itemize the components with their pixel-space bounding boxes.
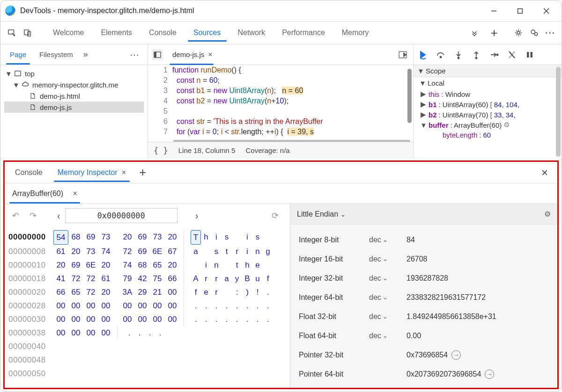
window-title: DevTools - memory-inspector.glitch.me/de… xyxy=(20,7,194,15)
tab-page[interactable]: Page xyxy=(3,47,33,62)
value-row[interactable]: Pointer 64-bit0x2073692073696854 → xyxy=(290,364,557,384)
hex-row[interactable]: 0000003800000000.... xyxy=(8,326,290,340)
deactivate-bp-icon[interactable] xyxy=(506,49,518,60)
scrollbar-vertical[interactable] xyxy=(407,69,412,123)
scope-row[interactable]: ▶this: Window xyxy=(414,89,562,99)
buffer-tab[interactable]: ArrayBuffer(60) × xyxy=(8,186,81,202)
refresh-icon[interactable]: ⟳ xyxy=(269,210,281,222)
step-out-icon[interactable] xyxy=(471,49,482,60)
hex-row[interactable]: 00000020666572203A292100fer :)!. xyxy=(8,285,290,299)
value-row[interactable]: Float 32-bitdec ⌄1.8492449856613858e+31 xyxy=(290,307,557,326)
debugger-panel: ▼Scope ▼Local ▶this: Window▶b1: Uint8Arr… xyxy=(414,44,562,159)
tree-origin[interactable]: ▼memory-inspector.glitch.me xyxy=(4,79,144,90)
address-input[interactable] xyxy=(65,208,177,223)
close-icon[interactable]: × xyxy=(208,51,212,59)
value-row[interactable]: Float 64-bitdec ⌄0.00 xyxy=(290,326,557,345)
hex-row[interactable]: 000000005468697320697320This is xyxy=(8,230,290,245)
tab-network[interactable]: Network xyxy=(230,24,273,42)
more-nav-icon[interactable]: » xyxy=(83,50,88,59)
step-over-icon[interactable] xyxy=(435,49,446,60)
tab-console[interactable]: Console xyxy=(141,24,184,42)
svg-point-9 xyxy=(534,33,537,36)
svg-rect-4 xyxy=(8,30,14,34)
coverage-status: Coverage: n/a xyxy=(245,146,289,154)
tab-welcome[interactable]: Welcome xyxy=(45,24,91,42)
tab-elements[interactable]: Elements xyxy=(93,24,140,42)
scope-header[interactable]: ▼Scope xyxy=(414,65,562,77)
tree-file-js[interactable]: demo-js.js xyxy=(4,102,144,113)
pause-exception-icon[interactable] xyxy=(524,49,535,60)
debugger-controls xyxy=(414,44,562,65)
hex-row[interactable]: 000000300000000000000000........ xyxy=(8,312,290,326)
value-row[interactable]: Integer 32-bitdec ⌄1936287828 xyxy=(290,269,557,288)
tab-sources[interactable]: Sources xyxy=(186,24,229,42)
code-editor[interactable]: 1function runDemo() {2 const n = 60;3 co… xyxy=(148,65,413,142)
hex-row[interactable]: 00000048 xyxy=(8,353,290,367)
undo-icon[interactable]: ↶ xyxy=(9,210,22,222)
hex-row[interactable]: 000000184172726179427566ArrayBuf xyxy=(8,272,290,285)
prev-page-icon[interactable]: ‹ xyxy=(57,211,60,221)
step-icon[interactable] xyxy=(488,49,500,60)
brackets-icon[interactable]: { } xyxy=(154,146,168,155)
svg-point-14 xyxy=(440,56,441,58)
maximize-button[interactable] xyxy=(509,3,531,19)
drawer-tab-console[interactable]: Console xyxy=(8,164,49,181)
tab-memory[interactable]: Memory xyxy=(334,24,377,42)
toggle-navigator-icon[interactable] xyxy=(152,49,163,60)
nav-kebab-icon[interactable]: ⋯ xyxy=(130,49,145,60)
scope-row[interactable]: byteLength: 60 xyxy=(414,130,562,140)
settings-icon[interactable] xyxy=(512,26,525,39)
resume-icon[interactable] xyxy=(417,49,429,60)
tab-performance[interactable]: Performance xyxy=(274,24,333,42)
editor-tab[interactable]: demo-js.js× xyxy=(168,47,215,63)
more-tabs-icon[interactable] xyxy=(468,26,481,39)
scope-pane: ▼Scope ▼Local ▶this: Window▶b1: Uint8Arr… xyxy=(414,65,562,159)
cursor-position: Line 18, Column 5 xyxy=(178,146,236,154)
value-row[interactable]: Pointer 32-bit0x73696854 → xyxy=(290,345,557,364)
hex-row[interactable]: 000000086120737472696E67a string xyxy=(8,245,290,258)
value-row[interactable]: Integer 8-bitdec ⌄84 xyxy=(290,230,557,249)
close-button[interactable] xyxy=(535,3,557,19)
feedback-icon[interactable] xyxy=(528,26,541,39)
close-icon[interactable]: × xyxy=(73,189,77,198)
scope-row[interactable]: ▼buffer: ArrayBuffer(60)⚙ xyxy=(414,120,562,130)
close-icon[interactable]: × xyxy=(122,168,126,176)
endianness-select[interactable]: Little Endian ⌄ xyxy=(297,210,346,218)
step-into-icon[interactable] xyxy=(453,49,464,60)
kebab-icon[interactable]: ⋯ xyxy=(544,26,557,39)
drawer-add-icon[interactable]: + xyxy=(134,165,151,180)
svg-rect-12 xyxy=(154,52,156,58)
tree-top[interactable]: ▼top xyxy=(4,68,144,79)
tab-filesystem[interactable]: Filesystem xyxy=(33,47,80,62)
toggle-debugger-icon[interactable] xyxy=(396,48,409,61)
tree-file-html[interactable]: demo-js.html xyxy=(4,90,144,102)
frame-icon xyxy=(14,69,22,78)
device-icon[interactable] xyxy=(21,26,34,39)
hex-table[interactable]: 000000005468697320697320This is 00000008… xyxy=(5,227,290,388)
scope-row[interactable]: ▶b2: Uint8Array(70)[ 33, 34, xyxy=(414,109,562,120)
navigator-panel: Page Filesystem » ⋯ ▼top ▼memory-inspect… xyxy=(0,44,148,159)
hex-row[interactable]: 000000280000000000000000........ xyxy=(8,299,290,312)
drawer-close-icon[interactable]: × xyxy=(536,166,554,179)
scrollbar-horizontal[interactable] xyxy=(173,140,410,142)
inspect-icon[interactable] xyxy=(5,26,18,39)
svg-rect-19 xyxy=(531,52,533,58)
file-icon xyxy=(29,103,37,111)
minimize-button[interactable] xyxy=(483,3,504,19)
value-row[interactable]: Integer 64-bitdec ⌄2338328219631577172 xyxy=(290,288,557,307)
scope-local[interactable]: ▼Local xyxy=(414,77,562,89)
svg-rect-10 xyxy=(15,71,21,76)
redo-icon[interactable]: ↷ xyxy=(27,210,39,222)
hex-row[interactable]: 0000001020696E2074686520 in the xyxy=(8,258,290,272)
add-tab-icon[interactable]: + xyxy=(488,26,501,39)
editor-tab-label: demo-js.js xyxy=(172,51,204,58)
hex-row[interactable]: 00000050 xyxy=(8,367,290,380)
file-tree: ▼top ▼memory-inspector.glitch.me demo-js… xyxy=(0,65,148,116)
interpreter-settings-icon[interactable]: ⚙ xyxy=(544,210,551,218)
value-row[interactable]: Integer 16-bitdec ⌄26708 xyxy=(290,249,557,269)
next-page-icon[interactable]: › xyxy=(195,211,199,221)
scope-row[interactable]: ▶b1: Uint8Array(60)[ 84, 104, xyxy=(414,99,562,109)
scope-scrollbar[interactable] xyxy=(556,67,561,157)
drawer-tab-memory-inspector[interactable]: Memory Inspector × xyxy=(51,164,133,181)
hex-row[interactable]: 00000040 xyxy=(8,340,290,353)
